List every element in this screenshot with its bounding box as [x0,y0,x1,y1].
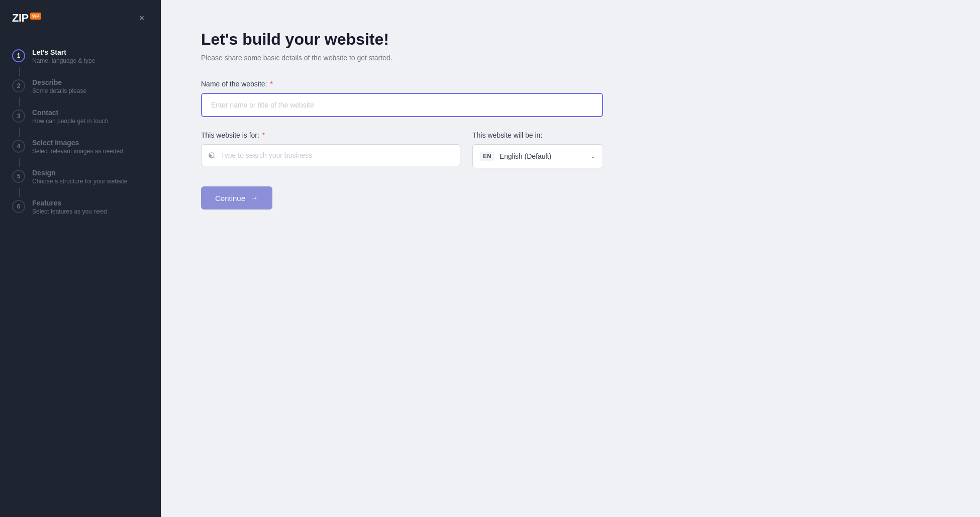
page-title: Let's build your website! [201,30,940,49]
step-number-4: 4 [12,140,25,153]
sidebar: ZIP WP × 1 Let's Start Name, language & … [0,0,161,517]
business-required-star: * [262,131,265,139]
step-number-6: 6 [12,200,25,213]
step-title-4: Select Images [32,139,123,147]
continue-label: Continue [215,194,245,202]
step-subtitle-1: Name, language & type [32,57,95,64]
language-label: This website will be in: [472,131,603,139]
step-number-3: 3 [12,110,25,123]
business-search-wrap: ● [201,144,460,166]
step-number-2: 2 [12,79,25,92]
step-title-6: Features [32,199,107,207]
svg-point-0 [209,152,214,157]
step-title-5: Design [32,169,127,177]
sidebar-step-3[interactable]: 3 Contact How can people get in touch [0,101,161,132]
sidebar-step-2[interactable]: 2 Describe Some details please [0,71,161,101]
step-content-6: Features Select features as you need [32,199,107,215]
sidebar-step-6[interactable]: 6 Features Select features as you need [0,192,161,222]
step-subtitle-6: Select features as you need [32,208,107,215]
continue-button[interactable]: Continue → [201,186,272,210]
sidebar-step-5[interactable]: 5 Design Choose a structure for your web… [0,162,161,192]
website-name-input[interactable] [201,93,603,117]
main-content: Let's build your website! Please share s… [161,0,980,517]
website-name-label: Name of the website: * [201,80,940,88]
required-star: * [270,80,272,88]
step-content-1: Let's Start Name, language & type [32,48,95,64]
step-number-5: 5 [12,170,25,183]
step-title-3: Contact [32,109,108,117]
business-label: This website is for: * [201,131,460,139]
step-content-5: Design Choose a structure for your websi… [32,169,127,185]
step-number-1: 1 [12,49,25,62]
logo-badge: WP [30,13,42,20]
arrow-right-icon: → [250,193,258,202]
step-content-2: Describe Some details please [32,78,86,94]
close-icon: × [139,13,145,24]
steps-nav: 1 Let's Start Name, language & type 2 De… [0,36,161,517]
step-subtitle-2: Some details please [32,87,86,94]
business-language-row: This website is for: * ● This website wi… [201,131,603,168]
business-search-input[interactable] [201,144,460,166]
svg-line-1 [213,157,215,158]
step-content-3: Contact How can people get in touch [32,109,108,125]
search-svg-icon [208,152,216,159]
sidebar-step-4[interactable]: 4 Select Images Select relevant images a… [0,132,161,162]
logo: ZIP WP [12,12,41,25]
step-content-4: Select Images Select relevant images as … [32,139,123,155]
step-subtitle-4: Select relevant images as needed [32,148,123,155]
close-button[interactable]: × [135,11,149,25]
page-subtitle: Please share some basic details of the w… [201,54,940,62]
business-section: This website is for: * ● [201,131,460,168]
step-subtitle-3: How can people get in touch [32,118,108,125]
sidebar-header: ZIP WP × [0,0,161,36]
language-select-wrap[interactable]: EN English (Default) ⌄ English (Default) [472,144,603,168]
website-name-section: Name of the website: * [201,80,940,117]
logo-text: ZIP [12,12,29,25]
step-title-2: Describe [32,78,86,86]
sidebar-step-1[interactable]: 1 Let's Start Name, language & type [0,41,161,71]
step-subtitle-5: Choose a structure for your website [32,178,127,185]
step-title-1: Let's Start [32,48,95,56]
language-section: This website will be in: EN English (Def… [472,131,603,168]
